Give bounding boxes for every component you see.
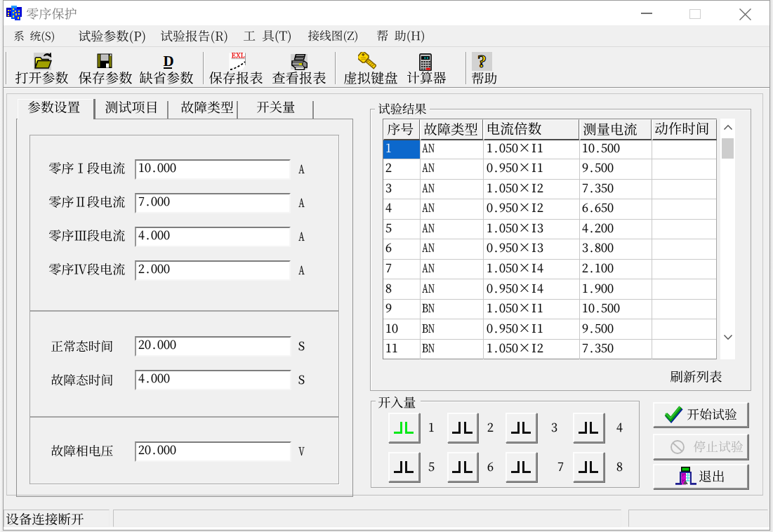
svg-text:?: ? [477, 51, 487, 72]
